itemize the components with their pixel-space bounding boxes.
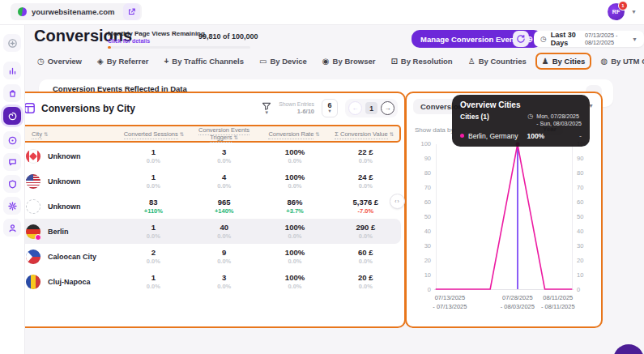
chart-tooltip: Overview Cities Cities (1) ◷ Mon, 07/28/… <box>452 95 590 147</box>
flag-wrap <box>26 149 41 164</box>
column-label: Conversion Rate <box>268 130 313 139</box>
pageviews-details-link[interactable]: Click for details <box>108 38 150 44</box>
cell-delta: 0.0% <box>259 182 330 190</box>
countries-icon: ♙ <box>468 57 476 66</box>
city-name: Unknown <box>48 203 81 211</box>
site-selector[interactable]: yourwebsitename.com ▼ <box>11 3 142 20</box>
sort-icon: ⇅ <box>180 131 184 137</box>
cell-delta: 0.0% <box>189 283 259 290</box>
cell-value: 2 <box>118 248 189 258</box>
sidebar-item-privacy[interactable] <box>3 175 21 193</box>
y-tick-label: 50 <box>424 213 431 220</box>
refresh-icon <box>516 34 526 44</box>
table-title: Conversions by City <box>41 103 135 114</box>
cell-delta: 0.0% <box>331 182 401 190</box>
y-tick-label: 30 <box>577 242 583 250</box>
pageviews-value: 99,810 of 100,000 <box>198 32 258 41</box>
y-tick-label: 20 <box>577 257 583 264</box>
tab-by-browser[interactable]: ◉By Browser <box>316 53 382 70</box>
y-tick-label: 10 <box>424 271 431 279</box>
filter-button[interactable]: ▼ <box>262 102 271 115</box>
sidebar-item-ecommerce[interactable] <box>3 84 21 102</box>
table-row-unknown[interactable]: Unknown10.0%40.0%100%0.0%24 £0.0% <box>19 168 401 194</box>
sidebar-item-statistics[interactable] <box>3 62 21 79</box>
shown-entries-label: Shown Entries <box>279 101 314 108</box>
cell-1: 83+110% <box>118 198 189 215</box>
clock-icon: ◷ <box>540 35 547 43</box>
page-size-selector[interactable]: 6 ▼ <box>322 99 338 117</box>
chevron-down-icon[interactable]: ▼ <box>631 9 637 15</box>
cell-3: 100%0.0% <box>259 223 330 240</box>
table-row-berlin[interactable]: Berlin10.0%400.0%100%0.0%290 £0.0% <box>19 219 401 244</box>
column-header-2[interactable]: Converted Sessions⇅ <box>119 130 190 138</box>
column-label: Converted Sessions <box>124 130 178 139</box>
tab-by-countries[interactable]: ♙By Countries <box>462 53 533 70</box>
cell-value: 1 <box>118 273 189 283</box>
column-header-3[interactable]: Conversion Events Triggers⇅ <box>189 126 259 141</box>
y-tick-label: 0 <box>428 286 431 293</box>
column-header-1[interactable]: City⇅ <box>20 130 119 138</box>
cell-value: 100% <box>259 173 330 182</box>
next-page-button[interactable]: → <box>381 101 395 115</box>
line-chart <box>434 144 574 289</box>
tab-by-resolution[interactable]: ⊡By Resolution <box>384 53 458 70</box>
y-tick-label: 10 <box>577 271 583 279</box>
refresh-button[interactable] <box>513 31 529 47</box>
tab-overview[interactable]: ◷Overview <box>31 53 88 70</box>
cell-2: 30.0% <box>189 273 259 290</box>
tooltip-series-value: 100% <box>527 132 544 140</box>
open-site-button[interactable] <box>123 3 140 20</box>
city-cell: Unknown <box>19 199 118 214</box>
table-row-unknown[interactable]: Unknown10.0%30.0%100%0.0%22 £0.0% <box>19 143 401 168</box>
device-icon: ▭ <box>259 57 267 66</box>
cell-delta: 0.0% <box>189 258 259 265</box>
table-row-caloocan-city[interactable]: Caloocan City20.0%90.0%100%0.0%60 £0.0% <box>19 244 401 269</box>
tab-label: By UTM Campaign <box>611 57 644 66</box>
tab-label: Overview <box>48 57 82 66</box>
external-link-icon <box>127 7 136 16</box>
table-row-unknown[interactable]: Unknown83+110%965+140%86%+3.7%5,376 £-7.… <box>19 194 401 219</box>
cell-delta: 0.0% <box>118 258 189 265</box>
y-tick-label: 70 <box>424 184 431 191</box>
cell-value: 100% <box>259 248 330 258</box>
sidebar-item-visitor-behavior[interactable] <box>3 131 21 149</box>
chart-plot-area[interactable] <box>434 144 574 290</box>
sidebar-item-communication[interactable] <box>3 153 21 171</box>
table-icon <box>23 102 36 114</box>
flag-icon-ro <box>26 275 41 289</box>
y-tick-label: 30 <box>424 242 431 250</box>
tab-by-traffic-channels[interactable]: +By Traffic Channels <box>157 53 250 70</box>
cell-1: 10.0% <box>118 147 189 164</box>
sidebar-item-settings[interactable] <box>3 197 21 215</box>
column-header-4[interactable]: Conversion Rate⇅ <box>259 130 330 138</box>
panel-resize-handle[interactable]: ‹› <box>390 194 405 209</box>
column-header-5[interactable]: Σ Conversion Value⇅ <box>329 130 399 138</box>
flag-wrap <box>26 224 41 239</box>
sidebar-item-account[interactable] <box>3 219 21 237</box>
tab-label: By Resolution <box>401 57 453 66</box>
cell-delta: 0.0% <box>331 283 401 290</box>
cell-3: 100%0.0% <box>259 248 330 265</box>
cell-value: 9 <box>189 248 259 258</box>
tab-by-utm-campaign[interactable]: ◍By UTM Campaign <box>594 53 644 70</box>
date-range-selector[interactable]: ◷ Last 30 Days 07/13/2025 - 08/12/2025 ▼ <box>534 31 644 47</box>
support-fab-button[interactable] <box>613 344 644 354</box>
sidebar-collapse-button[interactable] <box>3 34 21 52</box>
crosshair-icon <box>7 38 18 49</box>
page-number[interactable]: 1 <box>365 102 377 114</box>
y-tick-label: 50 <box>577 213 583 220</box>
cell-value: 1 <box>118 173 189 182</box>
x-tick-label: 08/11/2025- 08/11/2025 <box>541 294 575 311</box>
tab-by-device[interactable]: ▭By Device <box>253 53 313 70</box>
pageviews-progress-fill <box>108 46 111 49</box>
period-range: 07/13/2025 - 08/12/2025 <box>585 32 628 46</box>
sidebar-item-conversions[interactable] <box>3 107 21 125</box>
city-name: Cluj-Napoca <box>48 278 91 286</box>
tab-by-cities[interactable]: ♟By Cities <box>535 53 592 70</box>
cell-2: 400.0% <box>189 223 259 240</box>
tab-by-referrer[interactable]: ◈By Referrer <box>91 53 155 70</box>
table-row-cluj-napoca[interactable]: Cluj-Napoca10.0%30.0%100%0.0%20 £0.0% <box>19 269 401 294</box>
utm-campaign-icon: ◍ <box>600 57 608 66</box>
prev-page-button[interactable]: ← <box>348 101 362 115</box>
pagination: ← 1 → <box>345 99 398 117</box>
